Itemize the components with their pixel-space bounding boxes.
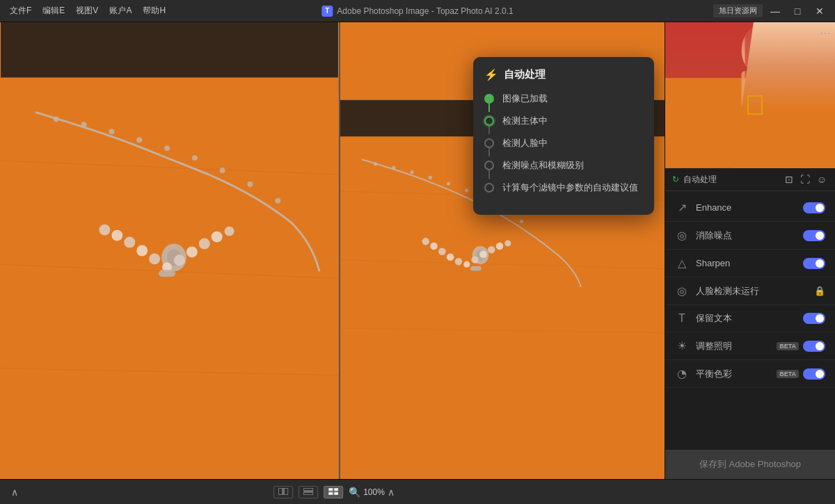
minimize-button[interactable]: — <box>765 3 785 19</box>
settings-icon-button[interactable]: ☺ <box>816 172 828 186</box>
step-connector-4 <box>488 169 490 179</box>
filter-face[interactable]: ◎ 人脸检测未运行 🔒 <box>665 277 835 305</box>
bottom-bar: ∧ 🔍 100% ∧ <box>0 479 835 504</box>
crop-button[interactable]: ⊡ <box>784 172 795 186</box>
sidebar: ⋯ ↻ 自动处理 ⊡ ⛶ ☺ ↗ Enhance <box>665 22 835 479</box>
fullscreen-button[interactable]: ⛶ <box>799 172 811 186</box>
titlebar-right: 旭日资源网 — □ ✕ <box>713 3 829 19</box>
step-label-5: 计算每个滤镜中参数的自动建议值 <box>502 181 638 194</box>
svg-point-52 <box>488 246 495 254</box>
step-label-3: 检测人脸中 <box>502 137 548 149</box>
sharpen-label: Sharpen <box>696 258 730 268</box>
svg-rect-66 <box>303 488 313 491</box>
svg-point-54 <box>504 240 511 246</box>
filter-lighting[interactable]: ☀ 调整照明 BETA <box>665 332 835 360</box>
step-label-1: 图像已加载 <box>502 92 548 105</box>
auto-process-left: ↻ 自动处理 <box>672 174 717 186</box>
menu-account[interactable]: 账户A <box>105 3 136 18</box>
svg-point-48 <box>455 258 463 266</box>
svg-point-49 <box>463 261 470 268</box>
popup-title: ⚡ 自动处理 <box>484 68 643 81</box>
svg-point-36 <box>429 176 432 179</box>
svg-point-37 <box>447 181 450 185</box>
step-indicator-1 <box>484 94 494 104</box>
svg-rect-27 <box>159 270 175 277</box>
menu-file[interactable]: 文件F <box>6 3 35 18</box>
more-options-button[interactable]: ⋯ <box>820 26 831 40</box>
enhance-toggle[interactable] <box>803 202 825 213</box>
svg-point-22 <box>174 254 185 266</box>
resource-button[interactable]: 旭日资源网 <box>713 4 763 17</box>
filter-text[interactable]: T 保留文本 <box>665 305 835 332</box>
auto-process-icons: ⊡ ⛶ ☺ <box>784 172 828 186</box>
collapse-button[interactable]: ∧ <box>8 485 21 499</box>
topaz-logo: T <box>321 6 333 17</box>
svg-rect-64 <box>278 488 283 495</box>
filter-balance-left: ◔ 平衡色彩 <box>675 367 732 380</box>
auto-process-popup: ⚡ 自动处理 图像已加载 检测主体中 检测人脸中 <box>473 57 654 215</box>
svg-rect-67 <box>303 492 313 495</box>
grid-view-button[interactable] <box>324 486 343 498</box>
process-step-2: 检测主体中 <box>484 115 643 127</box>
compare-icon <box>303 488 313 495</box>
svg-point-11 <box>220 168 225 173</box>
svg-point-35 <box>410 170 413 174</box>
filter-balance[interactable]: ◔ 平衡色彩 BETA <box>665 360 835 388</box>
lighting-toggle[interactable] <box>803 341 825 352</box>
panel-divider[interactable] <box>339 22 340 479</box>
process-step-3: 检测人脸中 <box>484 137 643 149</box>
svg-point-44 <box>422 238 429 245</box>
auto-process-bar: ↻ 自动处理 ⊡ ⛶ ☺ <box>665 168 835 191</box>
svg-point-13 <box>275 198 280 204</box>
lighting-icon: ☀ <box>675 339 689 352</box>
lighting-beta: BETA <box>777 342 799 350</box>
split-view-button[interactable] <box>273 486 293 498</box>
balance-beta: BETA <box>777 370 799 378</box>
svg-rect-55 <box>470 266 482 271</box>
svg-point-33 <box>374 162 377 165</box>
close-button[interactable]: ✕ <box>810 3 829 19</box>
filter-enhance[interactable]: ↗ Enhance <box>665 194 835 222</box>
grid-icon <box>328 488 338 495</box>
lock-icon: 🔒 <box>814 286 825 296</box>
svg-point-18 <box>124 237 135 248</box>
menu-help[interactable]: 帮助H <box>138 3 170 18</box>
compare-view-button[interactable] <box>299 486 318 498</box>
svg-point-7 <box>109 129 114 134</box>
maximize-button[interactable]: □ <box>788 3 807 19</box>
process-step-4: 检测噪点和模糊级别 <box>484 159 643 172</box>
bottom-center: 🔍 100% ∧ <box>273 486 395 498</box>
denoise-toggle[interactable] <box>803 230 825 241</box>
lightning-icon: ⚡ <box>484 68 498 81</box>
bottom-left: ∧ <box>8 485 21 499</box>
expand-button[interactable]: ∧ <box>388 487 395 498</box>
titlebar-left: 文件F 编辑E 视图V 账户A 帮助H <box>6 3 170 18</box>
text-toggle[interactable] <box>803 313 825 324</box>
svg-point-53 <box>496 243 504 250</box>
zoom-out-button[interactable]: 🔍 <box>349 487 360 498</box>
svg-rect-0 <box>1 22 338 78</box>
svg-rect-69 <box>334 488 338 491</box>
denoise-label: 消除噪点 <box>696 229 732 242</box>
svg-point-24 <box>199 238 210 250</box>
menu-view[interactable]: 视图V <box>72 3 102 18</box>
filter-enhance-left: ↗ Enhance <box>675 201 731 214</box>
step-indicator-4 <box>484 161 494 170</box>
step-label-2: 检测主体中 <box>502 115 548 127</box>
step-connector-1 <box>488 102 490 112</box>
menu-edit[interactable]: 编辑E <box>38 3 69 18</box>
sharpen-icon: △ <box>675 257 689 270</box>
filter-sharpen[interactable]: △ Sharpen <box>665 250 835 277</box>
save-button[interactable]: 保存到 Adobe Photoshop <box>665 450 835 479</box>
balance-toggle[interactable] <box>803 368 825 380</box>
svg-rect-71 <box>334 492 338 495</box>
svg-point-25 <box>212 231 223 243</box>
balance-icon: ◔ <box>675 367 689 380</box>
sharpen-toggle[interactable] <box>803 258 825 269</box>
thumbnail-canvas <box>665 22 835 168</box>
canvas-area[interactable]: ⚡ 自动处理 图像已加载 检测主体中 检测人脸中 <box>0 22 665 479</box>
svg-point-10 <box>192 155 198 161</box>
filter-denoise[interactable]: ◎ 消除噪点 <box>665 222 835 250</box>
svg-point-8 <box>136 137 142 143</box>
svg-point-41 <box>520 220 523 223</box>
